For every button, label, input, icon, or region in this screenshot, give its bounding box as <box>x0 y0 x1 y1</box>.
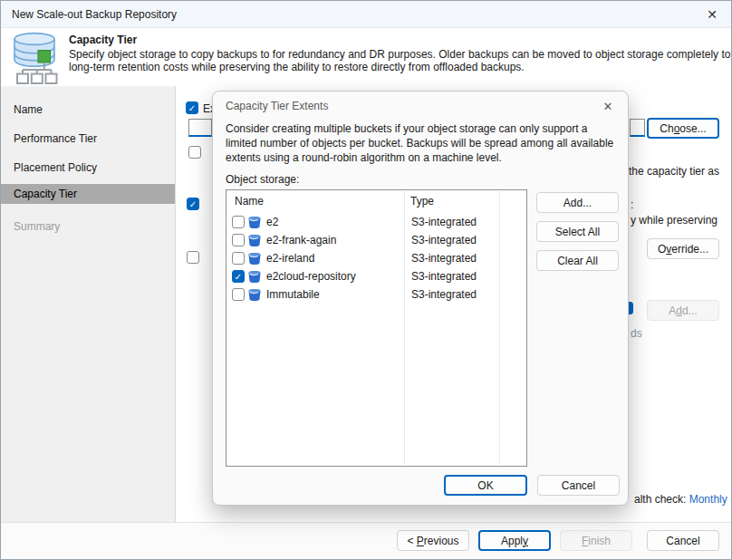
table-row[interactable]: ✓ e2cloud-repository S3-integrated <box>227 267 525 285</box>
title-bar: New Scale-out Backup Repository ✕ <box>1 1 731 28</box>
select-all-button[interactable]: Select All <box>536 221 619 242</box>
copy-option-text-fragment: o the capacity tier as <box>620 165 719 178</box>
page-description-line2: long-term retention costs while preservi… <box>69 61 525 73</box>
window-colon-fragment: : <box>631 198 633 211</box>
wizard-window: New Scale-out Backup Repository ✕ Capaci… <box>0 0 732 560</box>
row-name: e2-ireland <box>266 252 314 265</box>
row-name: e2-frank-again <box>266 234 336 246</box>
bucket-icon <box>247 269 263 284</box>
row-type: S3-integrated <box>411 252 477 265</box>
row-name: e2 <box>266 216 278 228</box>
dialog-body-line1: Consider creating multiple buckets if yo… <box>226 122 588 135</box>
finish-button[interactable]: Finish <box>560 530 632 551</box>
row-type: S3-integrated <box>411 270 477 283</box>
column-header-name[interactable]: Name <box>235 195 264 208</box>
wizard-steps-sidebar: Name Performance Tier Placement Policy C… <box>1 86 176 524</box>
window-title: New Scale-out Backup Repository <box>12 1 177 28</box>
sidebar-item-summary[interactable]: Summary <box>1 217 175 237</box>
override-button[interactable]: Override... <box>647 238 719 259</box>
sidebar-item-performance-tier[interactable]: Performance Tier <box>1 129 175 149</box>
encrypt-checkbox-fragment[interactable] <box>187 251 199 264</box>
bucket-icon <box>247 287 263 302</box>
dialog-cancel-button[interactable]: Cancel <box>537 475 620 496</box>
object-storage-combobox-fragment-right[interactable] <box>630 119 645 137</box>
clear-all-button[interactable]: Clear All <box>536 250 619 271</box>
object-storage-combobox-fragment[interactable] <box>188 119 212 137</box>
page-description-line1: Specify object storage to copy backups t… <box>69 48 732 61</box>
bucket-icon <box>247 215 263 229</box>
health-check-link[interactable]: Monthly <box>689 493 727 506</box>
window-close-icon[interactable]: ✕ <box>700 4 724 24</box>
move-checkbox-fragment[interactable]: ✓ <box>187 198 199 210</box>
copy-checkbox-fragment[interactable] <box>188 146 201 159</box>
add-extent-button[interactable]: Add... <box>536 192 619 213</box>
sidebar-item-capacity-tier[interactable]: Capacity Tier <box>1 184 175 204</box>
table-row[interactable]: e2 S3-integrated <box>227 213 525 231</box>
dialog-body-line3: extents using a round-robin algorithm on… <box>226 151 502 164</box>
choose-button[interactable]: Choose... <box>647 118 719 139</box>
extend-capacity-checkbox[interactable]: ✓ <box>186 101 198 114</box>
row-checkbox[interactable]: ✓ <box>232 270 245 283</box>
passwords-text-fragment: ds <box>631 327 642 340</box>
row-checkbox[interactable] <box>232 234 245 246</box>
column-header-type[interactable]: Type <box>410 195 434 208</box>
row-type: S3-integrated <box>411 216 477 228</box>
row-name: Immutabile <box>266 288 320 301</box>
object-storage-list[interactable]: Name Type e2 S3-integrated e2-frank-agai… <box>226 189 527 467</box>
ok-button[interactable]: OK <box>444 475 527 496</box>
previous-button[interactable]: < Previous <box>397 530 469 551</box>
object-storage-label: Object storage: <box>226 173 299 186</box>
dialog-title: Capacity Tier Extents <box>226 100 328 112</box>
wizard-header: Capacity Tier Specify object storage to … <box>1 28 731 86</box>
sidebar-item-name[interactable]: Name <box>1 100 175 120</box>
move-option-text-fragment: y while preserving <box>631 214 718 227</box>
dialog-close-icon[interactable]: ✕ <box>597 96 619 116</box>
cancel-button[interactable]: Cancel <box>647 530 719 551</box>
bucket-icon <box>247 251 263 266</box>
add-password-button[interactable]: Add... <box>647 300 719 321</box>
sidebar-item-placement-policy[interactable]: Placement Policy <box>1 158 175 178</box>
row-checkbox[interactable] <box>232 288 245 301</box>
table-row[interactable]: e2-frank-again S3-integrated <box>227 231 525 249</box>
wizard-footer: < Previous Apply Finish Cancel <box>1 522 731 559</box>
table-row[interactable]: e2-ireland S3-integrated <box>227 249 525 267</box>
dialog-body-line2: limited number of objects per bucket. Ba… <box>226 137 613 150</box>
row-type: S3-integrated <box>411 234 477 246</box>
health-check-text: alth check: <box>634 493 689 506</box>
apply-button[interactable]: Apply <box>478 530 551 551</box>
row-checkbox[interactable] <box>232 252 245 265</box>
row-name: e2cloud-repository <box>266 270 356 283</box>
health-check-line: alth check: Monthly <box>634 493 727 506</box>
page-title: Capacity Tier <box>69 34 137 46</box>
table-row[interactable]: Immutabile S3-integrated <box>227 285 525 304</box>
bucket-icon <box>247 233 263 247</box>
capacity-tier-extents-dialog: Capacity Tier Extents ✕ Consider creatin… <box>212 91 629 506</box>
row-checkbox[interactable] <box>232 216 245 228</box>
row-type: S3-integrated <box>411 288 477 301</box>
scale-out-repository-icon <box>8 32 61 84</box>
